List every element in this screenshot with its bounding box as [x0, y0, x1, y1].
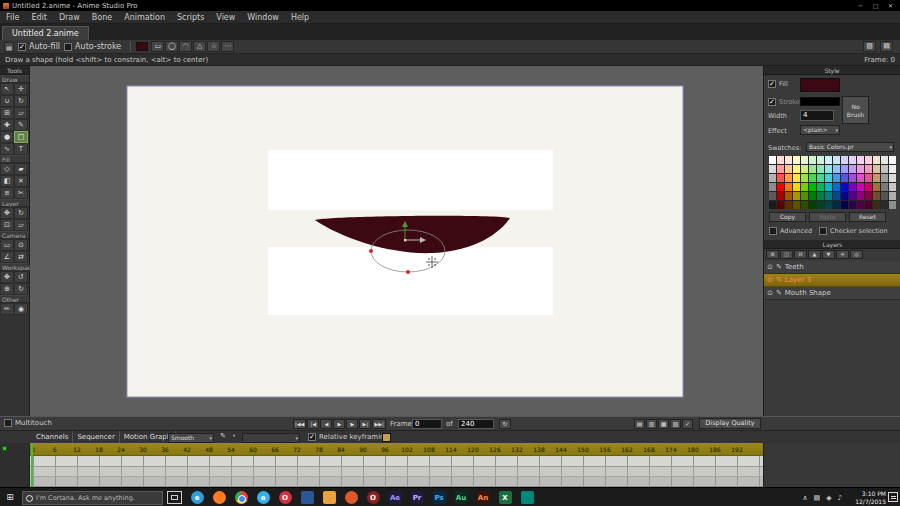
color-swatch[interactable]: [889, 156, 896, 164]
color-swatch[interactable]: [825, 174, 832, 182]
color-swatch[interactable]: [873, 192, 880, 200]
step-forward-button[interactable]: ▶: [346, 419, 358, 429]
magnet-tool-icon[interactable]: ∪: [0, 95, 14, 107]
draw-shape-tool-icon[interactable]: □: [14, 131, 28, 143]
premiere-icon[interactable]: Pr: [406, 488, 428, 506]
color-swatch[interactable]: [793, 174, 800, 182]
blue-app-icon[interactable]: [296, 488, 318, 506]
color-swatch[interactable]: [817, 174, 824, 182]
color-swatch[interactable]: [873, 156, 880, 164]
view-mode-3-button[interactable]: ▦: [658, 419, 669, 429]
select-shape-tool-icon[interactable]: ◇: [0, 163, 14, 175]
color-swatch[interactable]: [833, 201, 840, 209]
select-tool-icon[interactable]: ↖: [0, 83, 14, 95]
hidden-icons-chevron[interactable]: ∧: [802, 494, 807, 502]
menu-window[interactable]: Window: [241, 11, 285, 24]
color-swatch[interactable]: [777, 192, 784, 200]
color-swatch[interactable]: [841, 156, 848, 164]
color-swatch[interactable]: [857, 165, 864, 173]
color-swatch[interactable]: [865, 156, 872, 164]
pan-tilt-camera-tool-icon[interactable]: ⇄: [14, 251, 28, 263]
blob-tool-icon[interactable]: ●: [0, 131, 14, 143]
shear-tool-icon[interactable]: ▱: [14, 107, 28, 119]
text-tool-icon[interactable]: T: [14, 143, 28, 155]
duplicate-layer-button[interactable]: ◫: [780, 250, 793, 259]
end-frame-input[interactable]: 240: [458, 419, 494, 429]
color-swatch[interactable]: [793, 201, 800, 209]
delete-layer-button[interactable]: ⊟: [794, 250, 807, 259]
timeline-track-1[interactable]: [30, 467, 763, 477]
interpolation-dropdown[interactable]: Smooth: [168, 433, 214, 443]
color-swatch[interactable]: [809, 165, 816, 173]
color-swatch[interactable]: [857, 192, 864, 200]
close-button[interactable]: ✕: [883, 0, 898, 11]
menu-help[interactable]: Help: [285, 11, 315, 24]
go-to-end-button[interactable]: ▶▶|: [372, 419, 385, 429]
transform-origin-handle[interactable]: [404, 239, 406, 241]
color-swatch[interactable]: [881, 165, 888, 173]
firefox-nightly-icon[interactable]: [340, 488, 362, 506]
color-swatch[interactable]: [881, 192, 888, 200]
color-swatch[interactable]: [809, 183, 816, 191]
color-swatch[interactable]: [857, 156, 864, 164]
display-quality-button[interactable]: Display Quality: [699, 418, 761, 429]
rotate-layer-tool-icon[interactable]: ↻: [14, 207, 28, 219]
color-swatch[interactable]: [841, 183, 848, 191]
color-swatch[interactable]: [777, 174, 784, 182]
color-swatch[interactable]: [889, 192, 896, 200]
color-swatch[interactable]: [809, 192, 816, 200]
maximize-button[interactable]: □: [868, 0, 883, 11]
color-swatch[interactable]: [849, 192, 856, 200]
color-swatch[interactable]: [881, 156, 888, 164]
hide-edge-tool-icon[interactable]: ✂: [14, 187, 28, 199]
advanced-checkbox[interactable]: [769, 227, 777, 235]
translate-layer-tool-icon[interactable]: ✥: [0, 207, 14, 219]
checker-selection-checkbox[interactable]: [819, 227, 827, 235]
menu-draw[interactable]: Draw: [53, 11, 86, 24]
visibility-eye-icon[interactable]: ⊙: [767, 276, 773, 284]
color-swatch[interactable]: [873, 183, 880, 191]
color-swatch[interactable]: [841, 165, 848, 173]
view-mode-1-button[interactable]: ▤: [634, 419, 645, 429]
excel-icon[interactable]: X: [494, 488, 516, 506]
color-swatch[interactable]: [793, 165, 800, 173]
after-effects-icon[interactable]: Ae: [384, 488, 406, 506]
internet-explorer-icon[interactable]: e: [252, 488, 274, 506]
color-swatch[interactable]: [833, 183, 840, 191]
color-swatch[interactable]: [785, 165, 792, 173]
color-swatch[interactable]: [825, 201, 832, 209]
timeline-track-2[interactable]: [30, 477, 763, 487]
start-button[interactable]: ⊞: [0, 488, 20, 506]
color-swatch[interactable]: [889, 183, 896, 191]
layer-row-layer-3[interactable]: ⊙✎Layer 3: [764, 274, 900, 287]
color-swatch[interactable]: [865, 174, 872, 182]
menu-view[interactable]: View: [210, 11, 241, 24]
next-frame-button[interactable]: ▶|: [359, 419, 371, 429]
more-options-icon[interactable]: ⋯: [221, 41, 234, 52]
chrome-icon[interactable]: [230, 488, 252, 506]
color-swatch[interactable]: [777, 183, 784, 191]
paint-app-icon[interactable]: [318, 488, 340, 506]
track-camera-tool-icon[interactable]: ▭: [0, 239, 14, 251]
color-swatch[interactable]: [849, 183, 856, 191]
swatches-dropdown[interactable]: Basic Colors.pr: [806, 142, 894, 152]
color-swatch[interactable]: [817, 165, 824, 173]
color-swatch[interactable]: [833, 192, 840, 200]
star-option-icon[interactable]: ☆: [207, 41, 220, 52]
color-swatch[interactable]: [841, 174, 848, 182]
copy-button[interactable]: Copy: [769, 212, 806, 222]
delete-shape-tool-icon[interactable]: ✕: [14, 175, 28, 187]
menu-edit[interactable]: Edit: [25, 11, 53, 24]
view-mode-4-button[interactable]: ▧: [670, 419, 681, 429]
play-button[interactable]: ▶: [333, 419, 345, 429]
color-swatch[interactable]: [825, 165, 832, 173]
keyframe-color-swatch[interactable]: [382, 433, 391, 442]
ellipse-edge-handle[interactable]: [369, 249, 373, 253]
curvature-tool-icon[interactable]: ∿: [0, 143, 14, 155]
translate-points-tool-icon[interactable]: ✛: [14, 83, 28, 95]
color-swatch[interactable]: [801, 183, 808, 191]
color-swatch[interactable]: [785, 156, 792, 164]
tray-icon-3[interactable]: ♪: [838, 494, 842, 502]
color-swatch[interactable]: [769, 183, 776, 191]
color-swatch[interactable]: [801, 165, 808, 173]
